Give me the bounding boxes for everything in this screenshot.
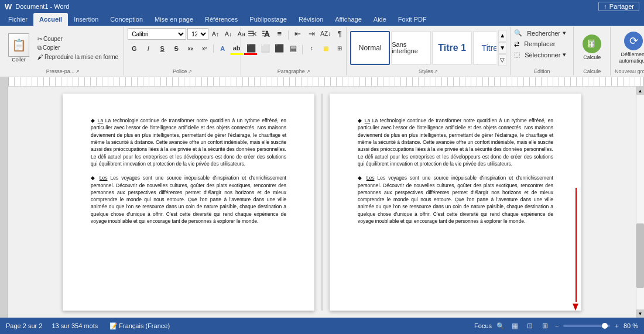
multilevel-list-button[interactable]: ≡ — [273, 28, 286, 39]
replace-icon: ⇄ — [514, 40, 519, 48]
tab-fichier[interactable]: Fichier — [2, 13, 33, 26]
italic-button[interactable]: I — [142, 43, 155, 54]
edition-label: Édition — [514, 67, 570, 74]
scrollbar-down-button[interactable]: ▼ — [636, 309, 645, 318]
styles-content: Normal Sans interligne Titre 1 Titre 2 ▲… — [350, 28, 506, 67]
tab-insertion[interactable]: Insertion — [68, 13, 104, 26]
tab-mise-en-page[interactable]: Mise en page — [149, 13, 199, 26]
police-content: Calibri 12 A↑ A↓ Aa ✕ A G I S S x₂ x² A — [128, 28, 237, 67]
share-button[interactable]: ↑ Partager — [598, 2, 639, 11]
status-bar: Page 2 sur 2 13 sur 354 mots 📝 Français … — [0, 318, 644, 334]
align-right-button[interactable]: ⬛ — [273, 43, 286, 53]
rechercher-button[interactable]: Rechercher ▾ — [523, 28, 570, 38]
bullet2: ◆ — [91, 175, 100, 181]
bullet-list-button[interactable]: ☰ — [245, 28, 258, 39]
style-sans-interligne[interactable]: Sans interligne — [391, 31, 431, 65]
view-print-button[interactable]: ▦ — [509, 321, 520, 331]
ribbon-group-paragraphe: ☰ ☷ ≡ ⇤ ⇥ AZ↓ ¶ ⬛ ⬜ ⬛ ▤ ↕ ▩ ⊞ — [241, 27, 347, 75]
styles-scroll-up[interactable]: ▲ — [498, 30, 506, 42]
paragraphe-row1: ☰ ☷ ≡ ⇤ ⇥ AZ↓ ¶ ⬛ ⬜ ⬛ ▤ ↕ ▩ ⊞ — [245, 28, 346, 57]
police-expand-icon[interactable]: ↗ — [188, 69, 192, 74]
styles-expand[interactable]: ▽ — [498, 54, 506, 66]
style-titre2[interactable]: Titre 2 — [473, 31, 496, 65]
format-painter-button[interactable]: 🖌 Reproduire la mise en forme — [36, 53, 120, 61]
shading-button[interactable]: ▩ — [319, 43, 332, 53]
tab-conception[interactable]: Conception — [104, 13, 149, 26]
selectionner-button[interactable]: Sélectionner ▾ — [521, 50, 570, 60]
calcule-button[interactable]: 🖩 Calcule — [577, 32, 607, 63]
search-icon: 🔍 — [514, 29, 522, 37]
font-size-increase-button[interactable]: A↑ — [210, 28, 221, 40]
justify-button[interactable]: ▤ — [287, 43, 300, 53]
align-left-button[interactable]: ⬛ — [245, 43, 258, 53]
line-spacing-button[interactable]: ↕ — [305, 43, 318, 53]
font-size-decrease-button[interactable]: A↓ — [222, 28, 234, 40]
page1-paragraph1: ◆ La La technologie continue de transfor… — [91, 117, 286, 167]
increase-indent-button[interactable]: ⇥ — [305, 28, 318, 39]
borders-button[interactable]: ⊞ — [333, 43, 346, 53]
sort-button[interactable]: AZ↓ — [319, 28, 332, 39]
p2-underline2: Les — [366, 175, 375, 181]
calcule-label: Calcule — [583, 54, 601, 61]
list-row: ☰ ☷ ≡ ⇤ ⇥ AZ↓ ¶ — [245, 28, 346, 42]
remplacer-row: ⇄ Remplacer — [514, 39, 559, 49]
style-titre1[interactable]: Titre 1 — [432, 31, 472, 65]
align-row: ⬛ ⬜ ⬛ ▤ ↕ ▩ ⊞ — [245, 43, 346, 57]
underline-button[interactable]: S — [156, 43, 169, 54]
clipboard-sub-actions: ✂ Couper ⧉ Copier 🖌 Reproduire la mise e… — [36, 35, 120, 61]
style-normal[interactable]: Normal — [350, 31, 390, 65]
superscript-button[interactable]: x² — [198, 43, 211, 54]
tab-affichage[interactable]: Affichage — [329, 13, 368, 26]
ruler-marks — [9, 77, 643, 86]
tab-publipostage[interactable]: Publipostage — [244, 13, 293, 26]
paragraphe-expand-icon[interactable]: ↗ — [306, 69, 310, 74]
tab-revision[interactable]: Révision — [293, 13, 329, 26]
bold-button[interactable]: G — [128, 43, 141, 54]
cut-button[interactable]: ✂ Couper — [36, 35, 120, 43]
calcule-content: 🖩 Calcule — [577, 28, 607, 67]
scrollbar-up-button[interactable]: ▲ — [636, 87, 645, 95]
document-scroll-area[interactable]: ◆ La La technologie continue de transfor… — [8, 87, 636, 318]
paste-button[interactable]: 📋 Coller — [6, 32, 32, 64]
align-center-button[interactable]: ⬜ — [259, 43, 272, 53]
divider3 — [302, 45, 303, 54]
document-page-1: ◆ La La technologie continue de transfor… — [63, 94, 314, 311]
styles-expand-icon[interactable]: ↗ — [434, 69, 438, 74]
remplacer-button[interactable]: Remplacer — [520, 39, 559, 49]
p1-underline1: La — [98, 118, 103, 123]
nouveau-label: Nouveau grou... — [614, 67, 644, 74]
view-read-button[interactable]: ⊞ — [540, 321, 550, 331]
format-buttons-row: G I S S x₂ x² A ab A — [128, 42, 257, 55]
expand-icon[interactable]: ↗ — [76, 69, 80, 74]
presse-papier-label: Presse-pa... ↗ — [6, 67, 120, 74]
view-web-button[interactable]: ⊡ — [525, 321, 535, 331]
font-size-select[interactable]: 12 — [187, 28, 208, 40]
tab-references[interactable]: Références — [199, 13, 244, 26]
subscript-button[interactable]: x₂ — [184, 43, 197, 54]
scrollbar-thumb[interactable] — [636, 223, 644, 288]
share-label: Partager — [609, 3, 634, 10]
text-effect-button[interactable]: A — [216, 43, 229, 54]
zoom-slider[interactable] — [563, 325, 610, 327]
language-button[interactable]: 📝 Français (France) — [107, 321, 172, 331]
decrease-indent-button[interactable]: ⇤ — [291, 28, 304, 39]
strikethrough-button[interactable]: S — [170, 43, 183, 54]
numbered-list-button[interactable]: ☷ — [259, 28, 272, 39]
zoom-minus-button[interactable]: − — [555, 322, 559, 329]
show-marks-button[interactable]: ¶ — [333, 28, 346, 39]
copy-button[interactable]: ⧉ Copier — [36, 44, 120, 52]
tab-accueil[interactable]: Accueil — [33, 13, 68, 26]
ruler-area — [0, 77, 644, 87]
page-info: Page 2 sur 2 — [6, 322, 42, 329]
tab-foxit[interactable]: Foxit PDF — [392, 13, 433, 26]
main-area: ◆ La La technologie continue de transfor… — [0, 87, 644, 318]
scrollbar-track[interactable] — [636, 95, 644, 309]
ribbon: 📋 Coller ✂ Couper ⧉ Copier 🖌 Reproduire … — [0, 26, 644, 77]
styles-scroll-down[interactable]: ▼ — [498, 42, 506, 54]
font-name-select[interactable]: Calibri — [128, 28, 186, 40]
zoom-plus-button[interactable]: + — [615, 322, 618, 329]
defilement-auto-button[interactable]: ⟳ Défilementautomatique — [614, 29, 644, 67]
tab-aide[interactable]: Aide — [368, 13, 392, 26]
page2-paragraph2: ◆ Les Les voyages sont une source inépui… — [358, 174, 553, 225]
ribbon-group-styles: Normal Sans interligne Titre 1 Titre 2 ▲… — [347, 27, 511, 75]
